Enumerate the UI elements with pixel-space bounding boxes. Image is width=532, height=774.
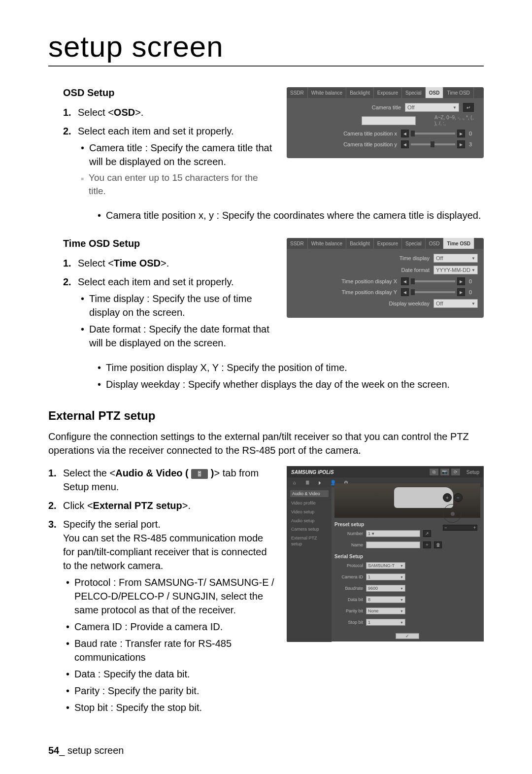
sidebar-item-video-profile[interactable]: Video profile	[290, 499, 329, 508]
step-number: 1.	[63, 105, 78, 119]
stop-bit-label: Stop bit	[334, 620, 363, 625]
bullet-data-bit: Data : Specify the data bit.	[74, 667, 190, 681]
pos-y-dec-button[interactable]: ◂	[401, 140, 409, 148]
time-pos-x-inc-button[interactable]: ▸	[457, 277, 465, 285]
header-icon-1[interactable]: ⧉	[429, 468, 439, 476]
bullet-camera-id: Camera ID : Provide a camera ID.	[74, 620, 223, 634]
date-format-label: Date format	[293, 267, 430, 273]
breadcrumb: Setup	[466, 470, 479, 475]
time-pos-y-dec-button[interactable]: ◂	[401, 288, 409, 296]
external-ptz-intro: Configure the connection settings to the…	[48, 430, 484, 457]
tab-backlight[interactable]: Backlight	[346, 87, 374, 98]
ptz-step3-head: Specify the serial port.	[63, 519, 161, 530]
osd-bullet-camera-title: Camera title : Specify the camera title …	[89, 141, 275, 168]
video-preview: + − − +	[334, 490, 480, 518]
time-pos-x-dec-button[interactable]: ◂	[401, 277, 409, 285]
bullet-time-display: Time display : Specify the use of time d…	[89, 292, 275, 319]
serial-setup-heading: Serial Setup	[334, 554, 480, 559]
sidebar-item-video-setup[interactable]: Video setup	[290, 508, 329, 517]
tab-osd[interactable]: OSD	[426, 87, 444, 98]
tab-ssdr[interactable]: SSDR	[287, 238, 308, 249]
time-pos-y-inc-button[interactable]: ▸	[457, 288, 465, 296]
preset-name-label: Name	[334, 542, 363, 547]
camera-title-label: Camera title	[293, 104, 401, 110]
time-pos-x-slider[interactable]	[411, 280, 455, 282]
pos-x-slider[interactable]	[411, 133, 455, 135]
pos-x-value: 0	[469, 131, 478, 136]
data-bit-select[interactable]: 8▼	[366, 596, 405, 603]
display-weekday-select[interactable]: Off▼	[433, 299, 478, 308]
protocol-select[interactable]: SAMSUNG-T▼	[366, 562, 405, 569]
header-icon-3[interactable]: ⟳	[451, 468, 461, 476]
header-icon-2[interactable]: 📷	[440, 468, 450, 476]
camera-id-select[interactable]: 1▼	[366, 573, 405, 580]
pos-y-slider[interactable]	[411, 143, 455, 145]
time-pos-y-slider[interactable]	[411, 291, 455, 293]
osd-step2: Select each item and set it properly.	[78, 126, 233, 136]
stop-bit-select[interactable]: 1▼	[366, 619, 405, 626]
audio-video-icon: 🎛	[191, 469, 208, 479]
tab-white-balance[interactable]: White balance	[308, 87, 346, 98]
camera-title-pos-x-label: Camera title position x	[293, 131, 397, 136]
sidebar-item-external-ptz[interactable]: External PTZ setup	[290, 534, 329, 548]
tab-special[interactable]: Special	[402, 238, 426, 249]
ptz-joystick[interactable]	[443, 504, 462, 523]
osd-note-chars: You can enter up to 15 characters for th…	[89, 171, 275, 198]
page-title: setup screen	[48, 30, 484, 67]
nav-list-icon[interactable]: ≣	[304, 479, 311, 486]
camera-title-input[interactable]	[362, 116, 416, 125]
clear-title-button[interactable]: ↵	[463, 103, 474, 112]
baudrate-select[interactable]: 9600▼	[366, 585, 405, 592]
tab-time-osd[interactable]: Time OSD	[443, 87, 473, 98]
timeosd-step1: Select <Time OSD>.	[78, 256, 275, 270]
time-pos-x-value: 0	[469, 278, 478, 284]
baudrate-label: Baudrate	[334, 586, 363, 591]
zoom-out-icon[interactable]: −	[454, 493, 463, 502]
pos-y-inc-button[interactable]: ▸	[457, 140, 465, 148]
step-number: 2.	[48, 499, 63, 512]
tab-special[interactable]: Special	[402, 87, 426, 98]
brand-logo: SAMSUNG iPOLiS	[291, 470, 334, 475]
bullet-parity-bit: Parity : Specify the parity bit.	[74, 684, 199, 698]
tab-osd[interactable]: OSD	[426, 238, 444, 249]
pos-x-inc-button[interactable]: ▸	[457, 130, 465, 137]
protocol-label: Protocol	[334, 563, 363, 568]
bullet-baud-rate: Baud rate : Transfer rate for RS-485 com…	[74, 637, 275, 664]
preset-name-input[interactable]	[366, 541, 420, 548]
nav-play-icon[interactable]: ⏵	[317, 479, 324, 486]
timeosd-step2: Select each item and set it properly.	[78, 276, 233, 287]
zoom-in-icon[interactable]: +	[443, 493, 452, 502]
preset-number-select[interactable]: 1 ▾	[366, 530, 420, 537]
tab-exposure[interactable]: Exposure	[374, 238, 402, 249]
tab-exposure[interactable]: Exposure	[374, 87, 402, 98]
ptz-step1: Select the <Audio & Video ( 🎛 )> tab fro…	[63, 466, 275, 494]
ptz-step2: Click <External PTZ setup>.	[63, 499, 275, 512]
osd-panel-screenshot: SSDR White balance Backlight Exposure Sp…	[287, 87, 484, 158]
tab-backlight[interactable]: Backlight	[346, 238, 374, 249]
time-osd-panel-screenshot: SSDR White balance Backlight Exposure Sp…	[287, 238, 484, 318]
preset-add-button[interactable]: +	[423, 541, 431, 548]
apply-button[interactable]: ✓	[396, 633, 419, 639]
data-bit-label: Data bit	[334, 597, 363, 602]
preset-go-button[interactable]: ↗	[423, 530, 431, 537]
date-format-select[interactable]: YYYY-MM-DD▼	[433, 266, 478, 274]
step-number: 1.	[63, 256, 78, 270]
camera-title-select[interactable]: Off▼	[405, 103, 459, 112]
zoom-bar[interactable]: − +	[443, 525, 477, 531]
nav-home-icon[interactable]: ⌂	[291, 479, 298, 486]
sidebar-item-audio-setup[interactable]: Audio setup	[290, 517, 329, 526]
tab-ssdr[interactable]: SSDR	[287, 87, 308, 98]
step-number: 2.	[63, 124, 78, 201]
time-osd-heading: Time OSD Setup	[63, 238, 275, 249]
pos-x-dec-button[interactable]: ◂	[401, 130, 409, 137]
bullet-time-position: Time position display X, Y : Specify the…	[106, 361, 347, 374]
tab-white-balance[interactable]: White balance	[308, 238, 346, 249]
camera-title-pos-y-label: Camera title position y	[293, 141, 397, 147]
time-display-select[interactable]: Off▼	[433, 254, 478, 263]
osd-step1: Select <OSD>.	[78, 105, 275, 119]
time-pos-y-label: Time position display Y	[293, 289, 397, 295]
preset-delete-button[interactable]: 🗑	[434, 541, 442, 548]
parity-bit-select[interactable]: None▼	[366, 607, 405, 614]
sidebar-item-camera-setup[interactable]: Camera setup	[290, 525, 329, 534]
tab-time-osd[interactable]: Time OSD	[443, 238, 474, 249]
